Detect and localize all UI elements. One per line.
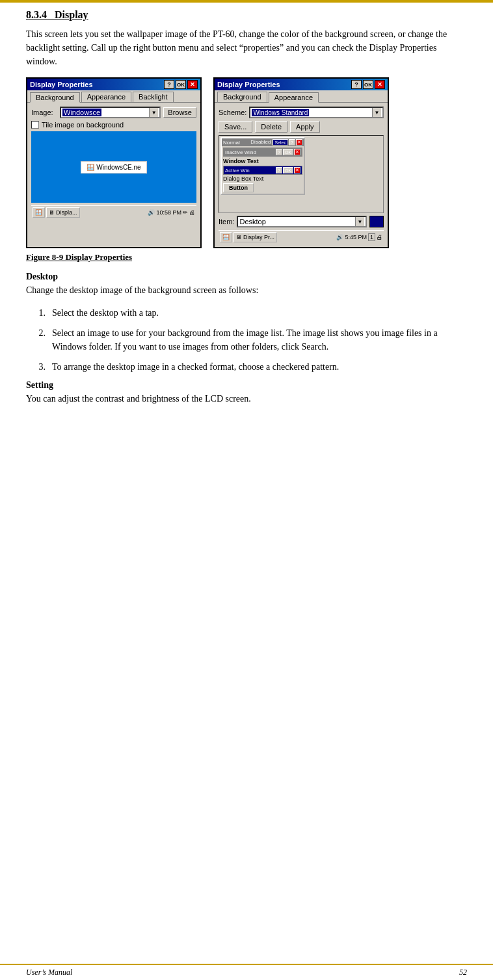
dialog2-scheme-value: Windows Standard (252, 109, 309, 116)
dialog1-tabs: Background Appearance Backlight (27, 90, 200, 103)
dialog1-checkbox-row: Tile image on background (31, 121, 196, 129)
section-title: Display (55, 9, 88, 20)
dialog1-image-label: Image: (31, 109, 57, 116)
ap-normal-window: Normal Disabled Selec ? ✕ (220, 137, 305, 195)
dialog2-tabs: Background Appearance (215, 90, 388, 103)
ap-normal-titlebar: Normal Disabled Selec ? ✕ (222, 138, 304, 146)
dialog2-title: Display Properties (217, 81, 351, 88)
section-heading: 8.3.4 Display (26, 9, 467, 21)
dialog2-item-row: Item: Desktop ▼ (219, 216, 384, 227)
dialog2-delete-btn[interactable]: Delete (255, 121, 287, 133)
step-3-num: 3. (26, 360, 46, 374)
dialog2-app-label: Display Pr... (243, 234, 274, 240)
dialog1-taskbar-app[interactable]: 🖥 Displa... (46, 207, 80, 218)
dialog2-appearance-preview: Normal Disabled Selec ? ✕ (219, 135, 384, 213)
dialog1-title-buttons: ? OK ✕ (164, 80, 198, 89)
dialog2-item-label: Item: (219, 218, 234, 226)
dialog1-title: Display Properties (30, 81, 164, 88)
ap-active-buttons: ? OK ✕ (276, 167, 300, 174)
figures-row: Display Properties ? OK ✕ Background App… (26, 77, 467, 248)
dialog2-save-btn[interactable]: Save... (219, 121, 252, 133)
dialog1-clock-icon: 🔊 (148, 209, 155, 216)
dialog1-app-label: Displa... (56, 209, 77, 216)
dialog1-tab-appearance[interactable]: Appearance (81, 92, 131, 102)
dialog1-tab-backlight[interactable]: Backlight (133, 92, 174, 102)
ap-normal-close-btn[interactable]: ✕ (296, 139, 302, 146)
steps-list: 1. Select the desktop with a tap. 2. Sel… (26, 306, 467, 374)
ap-inactive-titlebar: Inactive Wind ? OK ✕ (224, 148, 302, 156)
ap-inactive-buttons: ? OK ✕ (276, 149, 300, 155)
step-2-text: Select an image to use for your backgrou… (52, 326, 467, 354)
dialog2-close-btn[interactable]: ✕ (375, 80, 385, 89)
dialog2-apply-btn[interactable]: Apply (290, 121, 320, 133)
dialog1-checkbox-label: Tile image on background (42, 121, 124, 129)
dialog1-start-btn[interactable]: 🪟 (33, 207, 45, 218)
dialog2-taskbar-time: 🔊 5:45 PM 1 🖨 (336, 233, 382, 241)
ap-inactive-ok-btn[interactable]: OK (283, 149, 293, 155)
ap-normal-disabled: Disabled (250, 139, 271, 146)
dialog1-time: 10:58 PM (156, 209, 181, 216)
ap-active-help-btn[interactable]: ? (276, 167, 282, 174)
dialog-box-text-label: Dialog Box Text (223, 175, 302, 182)
dialog2-tab-appearance[interactable]: Appearance (269, 92, 319, 103)
footer-left: User’s Manual (26, 968, 72, 977)
dialog2-num-icon: 1 (368, 233, 375, 241)
dialog-appearance: Display Properties ? OK ✕ Background App… (213, 77, 389, 248)
dialog1-taskbar: 🪟 🖥 Displa... 🔊 10:58 PM ✏ 🖨 (31, 205, 196, 218)
dialog1-preview-logo: 🪟 WindowsCE.ne (81, 161, 146, 174)
dialog2-item-color[interactable] (369, 216, 384, 227)
dialog2-item-value: Desktop (239, 218, 265, 226)
dialog2-tab-background[interactable]: Background (217, 92, 267, 102)
dialog1-browse-btn[interactable]: Browse (163, 107, 196, 118)
dialog2-taskbar-app[interactable]: 🖥 Display Pr... (233, 232, 277, 242)
desktop-title: Desktop (26, 272, 467, 282)
dialog2-help-btn[interactable]: ? (351, 80, 362, 89)
dialog1-image-select[interactable]: Windowsce ▼ (60, 107, 161, 118)
step-3: 3. To arrange the desktop image in a che… (26, 360, 467, 374)
ap-button-sample[interactable]: Button (223, 183, 254, 192)
ap-inactive-window: Inactive Wind ? OK ✕ (223, 148, 302, 157)
start-icon: 🪟 (35, 209, 42, 216)
dialog2-item-select[interactable]: Desktop ▼ (237, 216, 367, 227)
dialog2-scheme-arrow[interactable]: ▼ (372, 108, 381, 117)
ap-active-close-btn[interactable]: ✕ (294, 167, 300, 174)
setting-title: Setting (26, 380, 467, 391)
dialog-background: Display Properties ? OK ✕ Background App… (26, 77, 202, 248)
dialog2-start-btn[interactable]: 🪟 (220, 232, 232, 242)
footer-page: 52 (459, 968, 467, 977)
dialog1-image-value: Windowsce (62, 109, 101, 116)
intro-text: This screen lets you set the wallpaper i… (26, 27, 467, 68)
dialog1-close-btn[interactable]: ✕ (187, 80, 198, 89)
dialog2-titlebar: Display Properties ? OK ✕ (215, 79, 388, 90)
ap-inactive-area: Inactive Wind ? OK ✕ Window Text (222, 146, 304, 194)
ap-normal-help-btn[interactable]: ? (289, 139, 295, 146)
dialog1-tab-background[interactable]: Background (30, 92, 80, 103)
section-number: 8.3.4 (26, 9, 47, 20)
ap-active-title: Active Win (225, 168, 250, 174)
dialog2-scheme-select[interactable]: Windows Standard ▼ (249, 107, 384, 118)
ap-inactive-close-btn[interactable]: ✕ (294, 149, 300, 155)
dialog2-scheme-row: Scheme: Windows Standard ▼ (219, 107, 384, 118)
dialog2-start-icon: 🪟 (222, 234, 230, 240)
dialog2-app-icon: 🖥 (236, 234, 242, 240)
dialog1-image-arrow[interactable]: ▼ (149, 108, 158, 117)
dialog2-body: Scheme: Windows Standard ▼ Save... Delet… (215, 103, 388, 247)
desktop-text: Change the desktop image of the backgrou… (26, 283, 467, 297)
step-2-num: 2. (26, 326, 46, 354)
ap-inactive-help-btn[interactable]: ? (276, 149, 282, 155)
dialog2-ok-btn[interactable]: OK (363, 80, 373, 89)
dialog1-body: Image: Windowsce ▼ Browse Tile image on … (27, 103, 200, 222)
dialog2-print-icon: 🖨 (377, 234, 382, 240)
ap-inactive-title: Inactive Wind (225, 149, 256, 155)
dialog2-item-arrow[interactable]: ▼ (355, 217, 364, 226)
ap-active-window: Active Win ? OK ✕ (223, 166, 302, 175)
step-1-num: 1. (26, 306, 46, 320)
dialog1-checkbox[interactable] (31, 121, 39, 129)
dialog2-title-buttons: ? OK ✕ (351, 80, 385, 89)
dialog1-ok-btn[interactable]: OK (176, 80, 186, 89)
ap-normal-title: Normal (223, 140, 240, 146)
ap-active-ok-btn[interactable]: OK (283, 167, 293, 174)
ap-normal-selec-btn[interactable]: Selec (273, 139, 288, 146)
dialog1-preview: 🪟 WindowsCE.ne (31, 131, 196, 203)
dialog1-help-btn[interactable]: ? (164, 80, 174, 89)
